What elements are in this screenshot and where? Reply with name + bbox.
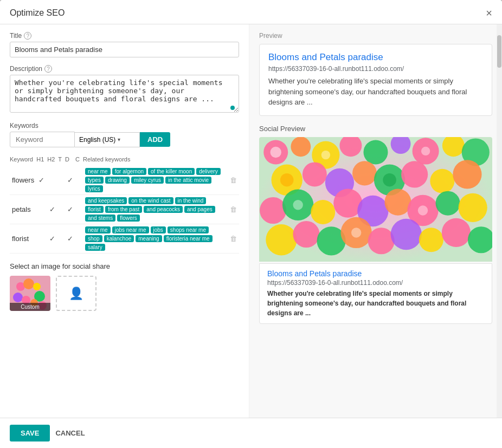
keyword-tag[interactable]: floristeria near me <box>164 235 213 242</box>
keyword-tag[interactable]: near me <box>85 168 111 175</box>
social-image-label: Select an image for social share <box>10 262 239 270</box>
check-icon: ✓ <box>67 205 73 213</box>
keyword-tag[interactable]: and peacocks <box>144 206 183 213</box>
modal-footer: SAVE CANCEL <box>0 418 502 448</box>
svg-point-43 <box>368 228 395 254</box>
keyword-tag[interactable]: types <box>85 177 104 184</box>
check-icon: ✓ <box>49 235 55 243</box>
keyword-tag[interactable]: jobs <box>151 226 166 233</box>
keyword-tag[interactable]: lyrics <box>85 185 103 192</box>
keyword-tag[interactable]: delivery <box>196 168 220 175</box>
svg-point-48 <box>321 150 330 159</box>
keyword-name: petals <box>10 195 36 224</box>
keyword-tag[interactable]: and stems <box>85 215 115 222</box>
title-input[interactable] <box>10 42 239 57</box>
custom-image-thumb[interactable]: Custom <box>10 276 50 311</box>
social-preview-card: Blooms and Petals paradise https://56337… <box>259 137 492 324</box>
language-select[interactable]: English (US) ▾ <box>75 132 140 147</box>
keyword-tag[interactable]: in the wind <box>175 197 207 204</box>
svg-point-50 <box>293 200 303 210</box>
title-label: Title ? <box>10 32 239 40</box>
save-button[interactable]: SAVE <box>10 425 50 441</box>
svg-point-26 <box>383 173 396 186</box>
keyword-tag[interactable]: and pages <box>184 206 215 213</box>
keyword-name: flowers <box>10 166 36 195</box>
svg-point-3 <box>33 283 41 290</box>
h1-cell: ✓ <box>36 166 47 195</box>
keyword-tag[interactable]: miley cyrus <box>131 177 164 184</box>
left-panel: Title ? Description ? Whether you're cel… <box>0 24 249 418</box>
delete-icon[interactable]: 🗑 <box>228 224 239 254</box>
keywords-field-group: Keywords English (US) ▾ ADD <box>10 122 239 147</box>
keyword-input[interactable] <box>10 132 75 147</box>
svg-point-2 <box>23 278 34 289</box>
keyword-tag[interactable]: shop <box>85 235 102 242</box>
keyword-tag[interactable]: on the wind cast <box>128 197 173 204</box>
svg-point-27 <box>401 161 428 187</box>
title-help-icon[interactable]: ? <box>24 32 31 40</box>
custom-label: Custom <box>10 303 50 311</box>
modal: Optimize SEO × Title ? <box>0 0 502 448</box>
description-input[interactable]: Whether you're celebrating life's specia… <box>10 75 239 113</box>
keyword-tag[interactable]: jobs near me <box>112 226 149 233</box>
delete-icon[interactable]: 🗑 <box>228 195 239 224</box>
keyword-tag[interactable]: kalanchoe <box>104 235 134 242</box>
h2-cell <box>47 166 58 195</box>
keyword-tag[interactable]: of the killer moon <box>148 168 195 175</box>
svg-point-44 <box>391 218 422 249</box>
keywords-input-row: English (US) ▾ ADD <box>10 132 239 147</box>
add-keyword-button[interactable]: ADD <box>140 132 170 147</box>
keyword-tag[interactable]: flowers <box>117 215 140 222</box>
svg-point-46 <box>442 218 471 246</box>
description-help-icon[interactable]: ? <box>44 65 52 73</box>
keyword-tag[interactable]: and keepsakes <box>85 197 127 204</box>
h1-cell <box>36 195 47 224</box>
cancel-button[interactable]: CANCEL <box>55 429 85 437</box>
h1-cell <box>36 224 47 254</box>
col-c: C <box>75 155 83 166</box>
keyword-tag[interactable]: near me <box>85 226 111 233</box>
social-desc: Whether you're celebrating life's specia… <box>267 289 484 318</box>
social-image-group: Select an image for social share <box>10 262 239 311</box>
svg-point-37 <box>436 191 460 215</box>
keyword-tag[interactable]: salary <box>85 244 105 251</box>
seo-preview-box: Blooms and Petals paradise https://56337… <box>259 44 492 116</box>
preview-label: Preview <box>259 32 492 40</box>
h2-cell: ✓ <box>47 195 58 224</box>
svg-point-28 <box>430 168 454 193</box>
modal-content: Title ? Description ? Whether you're cel… <box>0 24 502 418</box>
close-button[interactable]: × <box>486 8 492 18</box>
col-related: Related keywords <box>83 155 228 166</box>
col-h2: H2 <box>47 155 58 166</box>
svg-point-30 <box>260 197 286 223</box>
h2-cell: ✓ <box>47 224 58 254</box>
col-h1: H1 <box>36 155 47 166</box>
c-cell <box>75 195 83 224</box>
social-info-box: Blooms and Petals paradise https://56337… <box>259 263 492 324</box>
check-icon: ✓ <box>67 235 73 243</box>
svg-point-11 <box>270 146 281 157</box>
check-icon: ✓ <box>38 176 44 184</box>
scrollbar[interactable] <box>497 24 502 418</box>
keyword-tag[interactable]: shops near me <box>168 226 209 233</box>
keyword-tag[interactable]: meaning <box>136 235 162 242</box>
keyword-tag[interactable]: from the past <box>105 206 142 213</box>
keywords-table: Keyword H1 H2 T D C Related keywords <box>10 155 239 254</box>
seo-preview-title: Blooms and Petals paradise <box>268 52 483 63</box>
table-row: florist ✓ ✓ near mejobs near mejobsshops… <box>10 224 239 254</box>
social-url: https://56337039-16-0-all.runbot111.odoo… <box>267 279 484 287</box>
image-placeholder[interactable]: 👤 <box>56 276 96 311</box>
svg-point-24 <box>352 161 377 185</box>
title-field-group: Title ? <box>10 32 239 57</box>
keyword-tag[interactable]: in the attic movie <box>165 177 211 184</box>
svg-point-32 <box>311 200 335 224</box>
chevron-down-icon: ▾ <box>118 137 120 142</box>
svg-point-49 <box>421 146 430 155</box>
svg-point-4 <box>13 293 23 302</box>
social-title: Blooms and Petals paradise <box>267 269 484 278</box>
keyword-tag[interactable]: for algernon <box>112 168 146 175</box>
keyword-tag[interactable]: florist <box>85 206 104 213</box>
d-cell: ✓ <box>65 224 75 254</box>
keyword-tag[interactable]: drawing <box>105 177 130 184</box>
delete-icon[interactable]: 🗑 <box>228 166 239 195</box>
